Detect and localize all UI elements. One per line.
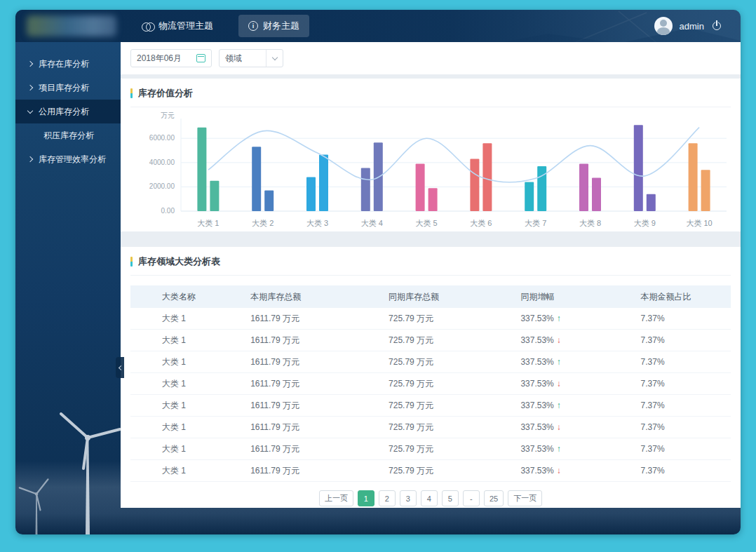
sidebar-item-stock-in-warehouse[interactable]: 库存在库分析 xyxy=(15,52,121,76)
cell-previous-total: 725.79 万元 xyxy=(389,378,520,390)
sidebar-item-label: 库存在库分析 xyxy=(39,58,89,70)
topbar: 物流管理主题 i 财务主题 admin xyxy=(15,10,741,42)
logout-power-icon[interactable] xyxy=(711,20,722,32)
table-body: 大类 11611.79 万元725.79 万元337.53%↑7.37%大类 1… xyxy=(130,308,731,482)
section-marker-icon xyxy=(130,88,133,98)
arrow-up-icon: ↑ xyxy=(557,357,561,367)
tab-finance-theme[interactable]: i 财务主题 xyxy=(238,15,309,37)
col-header-share: 本期金额占比 xyxy=(641,291,731,303)
month-picker[interactable]: 2018年06月 xyxy=(130,49,212,67)
pagination-page-button[interactable]: 3 xyxy=(400,490,417,506)
table-row: 大类 11611.79 万元725.79 万元337.53%↑7.37% xyxy=(130,438,731,460)
table-section-header: 库存领域大类分析表 xyxy=(130,255,731,276)
cell-category: 大类 1 xyxy=(130,313,250,325)
chevron-right-icon xyxy=(27,85,33,90)
cell-share: 7.37% xyxy=(641,444,731,454)
table-row: 大类 11611.79 万元725.79 万元337.53%↑7.37% xyxy=(130,351,731,373)
pagination: 上一页 12345-25 下一页 xyxy=(130,490,731,506)
pagination-page-button[interactable]: - xyxy=(463,490,480,506)
pagination-page-button[interactable]: 1 xyxy=(358,490,374,506)
table-row: 大类 11611.79 万元725.79 万元337.53%↓7.37% xyxy=(130,460,731,482)
table-section: 库存领域大类分析表 大类名称 本期库存总额 同期库存总额 同期增幅 本期金额占比… xyxy=(121,247,741,508)
svg-text:0.00: 0.00 xyxy=(161,207,175,215)
tab-logistics-theme[interactable]: 物流管理主题 xyxy=(132,15,223,37)
col-header-growth: 同期增幅 xyxy=(520,291,640,303)
sidebar-item-label: 库存管理效率分析 xyxy=(39,154,106,166)
pagination-page-button[interactable]: 4 xyxy=(421,490,438,506)
cell-category: 大类 1 xyxy=(130,378,250,390)
cell-category: 大类 1 xyxy=(130,465,250,477)
col-header-previous-total: 同期库存总额 xyxy=(389,291,520,303)
arrow-up-icon: ↑ xyxy=(557,444,561,454)
pagination-page-button[interactable]: 25 xyxy=(484,490,504,506)
sidebar-collapse-handle[interactable] xyxy=(116,357,124,378)
cell-category: 大类 1 xyxy=(130,356,250,368)
sidebar-item-label: 公用库存分析 xyxy=(39,106,89,118)
tab-finance-label: 财务主题 xyxy=(263,20,299,32)
cell-growth: 337.53%↑ xyxy=(520,357,640,367)
cell-share: 7.37% xyxy=(641,422,731,432)
cell-category: 大类 1 xyxy=(130,335,250,346)
svg-text:4000.00: 4000.00 xyxy=(149,159,175,166)
cell-previous-total: 725.79 万元 xyxy=(389,356,520,368)
cell-share: 7.37% xyxy=(641,379,731,389)
arrow-down-icon: ↓ xyxy=(557,422,561,432)
section-gap xyxy=(121,231,741,247)
sidebar-item-project-stock[interactable]: 项目库存分析 xyxy=(15,76,121,100)
cell-current-total: 1611.79 万元 xyxy=(250,400,389,412)
pagination-pages: 12345-25 xyxy=(358,490,504,506)
main-content: 2018年06月 领域 库存价值分析 0.002000.004000.00600… xyxy=(121,42,741,508)
svg-text:大类 9: 大类 9 xyxy=(634,219,656,227)
arrow-up-icon: ↑ xyxy=(557,314,561,323)
cell-previous-total: 725.79 万元 xyxy=(389,335,520,346)
pagination-prev-button[interactable]: 上一页 xyxy=(319,490,353,506)
cell-share: 7.37% xyxy=(641,357,731,367)
sidebar-item-public-stock[interactable]: 公用库存分析 xyxy=(15,100,121,123)
cell-current-total: 1611.79 万元 xyxy=(250,378,389,390)
pagination-page-button[interactable]: 2 xyxy=(379,490,396,506)
col-header-current-total: 本期库存总额 xyxy=(250,291,389,303)
arrow-down-icon: ↓ xyxy=(557,379,561,389)
cell-current-total: 1611.79 万元 xyxy=(250,465,389,477)
arrow-down-icon: ↓ xyxy=(557,466,561,476)
cell-current-total: 1611.79 万元 xyxy=(250,443,389,455)
cell-category: 大类 1 xyxy=(130,422,250,433)
sidebar-item-stock-efficiency[interactable]: 库存管理效率分析 xyxy=(15,147,121,171)
cell-current-total: 1611.79 万元 xyxy=(250,356,389,368)
pagination-next-button[interactable]: 下一页 xyxy=(508,490,542,506)
cell-growth: 337.53%↑ xyxy=(520,314,640,323)
col-header-category: 大类名称 xyxy=(130,291,250,303)
bar-line-chart: 0.002000.004000.006000.00万元大类 1大类 2大类 3大… xyxy=(130,110,731,231)
cell-share: 7.37% xyxy=(641,400,731,410)
svg-text:大类 4: 大类 4 xyxy=(361,219,383,227)
svg-text:大类 3: 大类 3 xyxy=(306,219,328,227)
cell-growth: 337.53%↑ xyxy=(520,444,640,454)
svg-text:大类 2: 大类 2 xyxy=(252,219,274,227)
domain-select[interactable]: 领域 xyxy=(219,49,283,67)
table-row: 大类 11611.79 万元725.79 万元337.53%↓7.37% xyxy=(130,417,731,438)
cell-current-total: 1611.79 万元 xyxy=(250,335,389,346)
app-window: 物流管理主题 i 财务主题 admin 库存在库分析 项目库存分析 公用库存分析… xyxy=(15,10,741,534)
user-avatar-icon[interactable] xyxy=(654,17,673,35)
cell-current-total: 1611.79 万元 xyxy=(250,313,389,325)
cell-previous-total: 725.79 万元 xyxy=(389,465,520,477)
table-row: 大类 11611.79 万元725.79 万元337.53%↑7.37% xyxy=(130,308,731,330)
pagination-page-button[interactable]: 5 xyxy=(442,490,459,506)
cell-growth: 337.53%↓ xyxy=(520,335,640,345)
sidebar-item-label: 积压库存分析 xyxy=(43,130,94,142)
month-picker-value: 2018年06月 xyxy=(137,53,182,65)
cell-category: 大类 1 xyxy=(130,443,250,455)
svg-text:大类 6: 大类 6 xyxy=(470,219,492,227)
cell-previous-total: 725.79 万元 xyxy=(389,443,520,455)
chart-section-title: 库存价值分析 xyxy=(138,87,193,100)
topbar-user-area: admin xyxy=(654,17,741,35)
cell-share: 7.37% xyxy=(641,314,731,323)
svg-text:大类 7: 大类 7 xyxy=(525,219,546,227)
sidebar-subitem-backlog-stock[interactable]: 积压库存分析 xyxy=(15,123,121,147)
tab-logistics-label: 物流管理主题 xyxy=(158,20,213,32)
inventory-value-chart: 0.002000.004000.006000.00万元大类 1大类 2大类 3大… xyxy=(130,110,731,231)
cell-category: 大类 1 xyxy=(130,400,250,412)
cell-share: 7.37% xyxy=(641,335,731,345)
cell-previous-total: 725.79 万元 xyxy=(389,313,520,325)
svg-text:6000.00: 6000.00 xyxy=(149,134,175,142)
